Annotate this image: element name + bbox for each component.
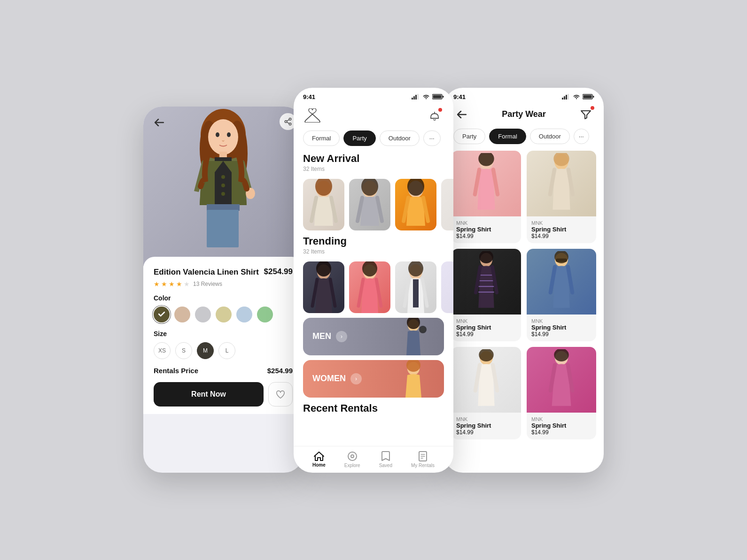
party-category-tabs: Party Formal Outdoor ···: [444, 129, 604, 151]
product-card-4[interactable]: MNK Spring Shirt $14.99: [527, 249, 596, 341]
svg-point-16: [285, 120, 287, 123]
battery-icon-3: [583, 94, 594, 100]
product-grid: MNK Spring Shirt $14.99 M: [444, 151, 604, 439]
trending-item-1[interactable]: [303, 261, 344, 313]
men-banner-figure: [388, 318, 444, 355]
nav-my-rentals[interactable]: My Rentals: [411, 451, 435, 468]
notification-button[interactable]: [425, 106, 444, 125]
nav-explore[interactable]: Explore: [344, 451, 360, 468]
nav-saved[interactable]: Saved: [379, 451, 392, 468]
color-yellow[interactable]: [216, 307, 232, 322]
product-1-brand: MNK: [456, 220, 516, 226]
svg-rect-21: [413, 96, 415, 100]
category-tab-party[interactable]: Party: [343, 130, 375, 146]
product-card-1[interactable]: MNK Spring Shirt $14.99: [451, 151, 521, 243]
svg-line-18: [287, 122, 289, 123]
saved-nav-icon: [381, 451, 390, 461]
svg-rect-26: [443, 96, 444, 98]
check-icon: [158, 312, 165, 317]
product-5-figure: [467, 349, 505, 410]
nav-explore-label: Explore: [344, 463, 360, 468]
category-tab-formal[interactable]: Formal: [303, 130, 340, 146]
women-banner[interactable]: WOMEN ›: [303, 360, 444, 398]
product-price: $254.99: [264, 267, 293, 276]
size-xs[interactable]: XS: [154, 342, 171, 359]
filter-button[interactable]: [577, 106, 594, 123]
svg-point-49: [351, 455, 354, 458]
product-card-5-image: [451, 347, 521, 413]
new-arrival-item-1[interactable]: [303, 179, 344, 230]
status-bar-3: 9:41: [444, 88, 604, 103]
rent-now-button[interactable]: Rent Now: [154, 382, 264, 407]
hanger-icon: [303, 106, 322, 125]
category-tab-outdoor[interactable]: Outdoor: [380, 130, 420, 146]
party-tab-more[interactable]: ···: [574, 129, 589, 144]
nav-saved-label: Saved: [379, 463, 392, 468]
color-beige[interactable]: [174, 307, 190, 322]
trending-item-3[interactable]: [395, 261, 436, 313]
trending-item-4[interactable]: [441, 261, 453, 313]
new-arrival-count: 32 Items: [303, 166, 444, 172]
product-name: Edition Valencia Linen Shirt: [154, 267, 259, 277]
star-4: ★: [176, 280, 182, 288]
new-arrival-item-2[interactable]: [349, 179, 390, 230]
size-l[interactable]: L: [218, 342, 235, 359]
women-banner-figure: [388, 360, 444, 398]
rental-price-row: Rentals Price $254.99: [154, 367, 293, 375]
product-6-figure: [543, 349, 580, 410]
product-details-panel: Edition Valencia Linen Shirt $254.99 ★ ★…: [143, 257, 303, 414]
product-card-3[interactable]: MNK Spring Shirt $14.99: [451, 249, 521, 341]
party-tab-party[interactable]: Party: [453, 129, 485, 144]
nav-home-label: Home: [312, 462, 326, 468]
svg-rect-25: [433, 95, 442, 99]
party-tab-formal[interactable]: Formal: [489, 129, 526, 144]
gender-banners: MEN › WOMEN ›: [294, 318, 453, 402]
wishlist-button[interactable]: [268, 382, 293, 407]
back-button[interactable]: [152, 115, 167, 130]
new-arrival-item-3[interactable]: [395, 179, 436, 230]
product-card-2-image: [527, 151, 596, 216]
status-icons: [412, 94, 444, 100]
notification-badge: [438, 108, 442, 112]
product-1-price: $14.99: [456, 233, 516, 239]
size-m[interactable]: M: [197, 342, 214, 359]
size-options: XS S M L: [154, 342, 293, 359]
battery-icon: [432, 94, 444, 100]
rent-now-row: Rent Now: [154, 382, 293, 407]
nav-home[interactable]: Home: [312, 452, 326, 468]
women-banner-label: WOMEN: [312, 374, 346, 384]
heart-icon: [276, 390, 285, 399]
color-olive[interactable]: [154, 307, 170, 322]
time-display: 9:41: [303, 93, 315, 100]
new-arrival-item-4[interactable]: [441, 179, 453, 230]
product-2-figure: [543, 153, 580, 214]
color-green[interactable]: [257, 307, 273, 322]
bottom-navigation: Home Explore Saved: [294, 446, 453, 473]
home-nav-icon: [314, 452, 324, 461]
product-4-figure: [543, 251, 580, 312]
app-header: [294, 103, 453, 130]
color-blue[interactable]: [236, 307, 252, 322]
size-s[interactable]: S: [175, 342, 192, 359]
product-card-1-info: MNK Spring Shirt $14.99: [451, 216, 521, 243]
category-tab-more[interactable]: ···: [423, 130, 441, 146]
men-banner-arrow: ›: [336, 331, 347, 342]
product-card-5[interactable]: MNK Spring Shirt $14.99: [451, 347, 521, 439]
back-arrow-icon-3: [457, 111, 467, 118]
trending-item-2[interactable]: [349, 261, 390, 313]
men-banner[interactable]: MEN ›: [303, 318, 444, 355]
rental-price-label: Rentals Price: [154, 367, 198, 375]
color-gray[interactable]: [195, 307, 211, 322]
svg-rect-59: [584, 95, 592, 99]
trending-items: [294, 257, 453, 318]
notification-icon: [429, 110, 440, 121]
trending-figure-1: [303, 261, 344, 313]
product-card-2[interactable]: MNK Spring Shirt $14.99: [527, 151, 596, 243]
product-card-6[interactable]: MNK Spring Shirt $14.99: [527, 347, 596, 439]
status-icons-3: [562, 94, 594, 100]
svg-point-8: [221, 175, 225, 179]
party-tab-outdoor[interactable]: Outdoor: [530, 129, 570, 144]
product-detail-screen: Edition Valencia Linen Shirt $254.99 ★ ★…: [143, 107, 303, 473]
back-button-3[interactable]: [453, 106, 470, 123]
product-3-price: $14.99: [456, 331, 516, 338]
